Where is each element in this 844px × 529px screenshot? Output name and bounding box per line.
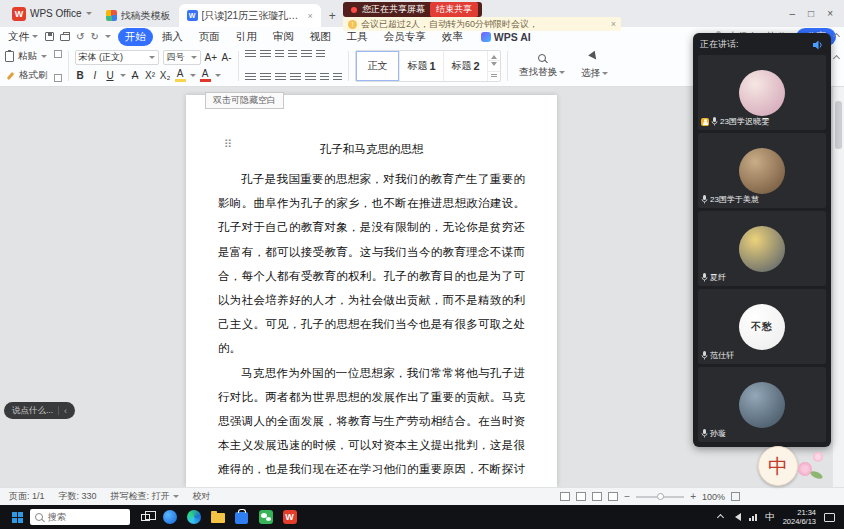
minimize-button[interactable]: – xyxy=(790,9,796,19)
show-marks-icon[interactable] xyxy=(316,50,325,59)
maximize-button[interactable]: □ xyxy=(808,9,814,19)
volume-icon[interactable] xyxy=(731,513,741,521)
find-replace-button[interactable]: 查找替换 xyxy=(514,49,570,83)
print-icon[interactable] xyxy=(60,34,70,41)
zoom-level[interactable]: 100% xyxy=(702,492,725,502)
start-button[interactable] xyxy=(12,512,23,523)
border-icon[interactable] xyxy=(333,73,342,82)
shrink-font-button[interactable]: A- xyxy=(221,52,232,63)
chat-input-collapsed[interactable]: 说点什么... ‹ xyxy=(4,402,75,419)
styles-scroll-down[interactable] xyxy=(488,61,500,71)
vertical-scrollbar[interactable] xyxy=(832,87,844,487)
action-center-icon[interactable] xyxy=(824,513,835,522)
font-size-select[interactable]: 四号 xyxy=(163,50,201,65)
participant-tile[interactable]: 孙璇 xyxy=(698,367,826,442)
outdent-icon[interactable] xyxy=(275,50,284,59)
tab-reference[interactable]: 引用 xyxy=(229,28,264,46)
file-explorer-icon[interactable] xyxy=(207,506,228,528)
font-name-select[interactable]: 宋体 (正文) xyxy=(75,50,159,65)
proofread-button[interactable]: 校对 xyxy=(193,490,211,503)
chevron-down-icon[interactable] xyxy=(215,74,221,77)
wps-office-menu[interactable]: W WPS Office xyxy=(6,0,98,27)
indent-icon[interactable] xyxy=(288,50,297,59)
align-right-icon[interactable] xyxy=(275,73,286,82)
style-heading-2[interactable]: 标题 2 xyxy=(444,51,488,81)
style-body-text[interactable]: 正文 xyxy=(356,51,400,81)
bold-button[interactable]: B xyxy=(75,70,86,81)
select-button[interactable]: 选择 xyxy=(576,49,613,83)
zoom-slider-thumb[interactable] xyxy=(657,493,664,500)
input-language[interactable]: 中 xyxy=(765,511,775,524)
styles-scroll-up[interactable] xyxy=(488,51,500,61)
justify-icon[interactable] xyxy=(290,73,301,82)
stop-sharing-button[interactable]: 结束共享 xyxy=(430,2,478,17)
view-outline-icon[interactable] xyxy=(576,492,586,501)
view-web-icon[interactable] xyxy=(592,492,602,501)
clock[interactable]: 21:34 2024/6/13 xyxy=(783,508,816,526)
participant-tile[interactable]: 23国学迟晓雯 xyxy=(698,55,826,130)
line-spacing-icon[interactable] xyxy=(305,73,316,82)
format-painter-button[interactable]: 格式刷 xyxy=(19,69,48,82)
view-read-icon[interactable] xyxy=(608,492,618,501)
close-tab-icon[interactable]: × xyxy=(308,11,313,21)
paste-button[interactable]: 粘贴 xyxy=(18,50,37,63)
tab-current-document[interactable]: W [只读]21历三张璇孔子和马克... × xyxy=(179,4,321,27)
participant-tile[interactable]: 23国学于美慧 xyxy=(698,133,826,208)
underline-button[interactable]: U xyxy=(105,70,116,81)
spellcheck-status[interactable]: 拼写检查: 打开 xyxy=(111,490,179,503)
wechat-icon[interactable] xyxy=(255,506,276,528)
audio-icon[interactable] xyxy=(813,40,824,50)
tab-review[interactable]: 审阅 xyxy=(266,28,301,46)
numbered-list-icon[interactable] xyxy=(260,50,271,59)
tencent-meeting-icon[interactable] xyxy=(159,506,180,528)
subscript-button[interactable]: X₂ xyxy=(160,70,171,81)
tab-page[interactable]: 页面 xyxy=(192,28,227,46)
collapse-arrow-icon[interactable]: ‹ xyxy=(64,406,67,416)
new-tab-button[interactable]: + xyxy=(321,4,344,27)
zoom-in-button[interactable]: + xyxy=(690,491,696,502)
paste-icon[interactable] xyxy=(5,51,14,62)
participant-tile[interactable]: 夏纤 xyxy=(698,211,826,286)
superscript-button[interactable]: X² xyxy=(145,70,156,81)
highlight-color-button[interactable]: A xyxy=(175,68,186,82)
tab-docer-templates[interactable]: 找稿类模板 xyxy=(98,4,179,27)
word-count[interactable]: 字数: 330 xyxy=(59,490,97,503)
shading-icon[interactable] xyxy=(320,73,329,82)
chevron-down-icon[interactable] xyxy=(120,74,126,77)
taskbar-search[interactable]: 搜索 xyxy=(30,509,130,525)
strikethrough-button[interactable]: A xyxy=(130,70,141,81)
file-menu[interactable]: 文件 xyxy=(8,30,38,44)
close-button[interactable]: × xyxy=(827,9,833,19)
chevron-down-icon[interactable] xyxy=(41,55,47,58)
zoom-slider[interactable] xyxy=(636,496,684,498)
styles-more-button[interactable] xyxy=(488,72,500,81)
notice-close-icon[interactable]: × xyxy=(611,19,616,29)
participant-tile[interactable]: 不愁 范仕轩 xyxy=(698,289,826,364)
bullet-list-icon[interactable] xyxy=(245,50,256,59)
align-center-icon[interactable] xyxy=(260,73,271,82)
align-left-icon[interactable] xyxy=(245,73,256,82)
wps-ai-button[interactable]: WPS AI xyxy=(481,31,531,43)
tray-expand-icon[interactable] xyxy=(717,513,724,520)
store-icon[interactable] xyxy=(231,506,252,528)
redo-icon[interactable]: ↻ xyxy=(90,31,98,42)
copy-icon[interactable] xyxy=(54,74,62,82)
format-painter-icon[interactable] xyxy=(5,71,15,81)
task-view-button[interactable] xyxy=(135,506,156,528)
chevron-down-icon[interactable] xyxy=(105,35,111,38)
edge-icon[interactable] xyxy=(183,506,204,528)
view-mode-icon[interactable] xyxy=(560,492,570,501)
undo-icon[interactable]: ↺ xyxy=(76,31,84,42)
tab-insert[interactable]: 插入 xyxy=(155,28,190,46)
tab-home[interactable]: 开始 xyxy=(118,28,153,46)
wps-icon[interactable]: W xyxy=(279,506,300,528)
style-heading-1[interactable]: 标题 1 xyxy=(400,51,444,81)
sort-icon[interactable] xyxy=(301,50,312,59)
zoom-out-button[interactable]: − xyxy=(624,491,630,502)
chevron-down-icon[interactable] xyxy=(190,74,196,77)
grow-font-button[interactable]: A+ xyxy=(205,52,218,63)
fullscreen-icon[interactable] xyxy=(731,492,740,501)
hide-blank-tooltip[interactable]: 双击可隐藏空白 xyxy=(205,92,284,109)
drag-handle-icon[interactable]: ⠿ xyxy=(224,139,232,150)
cut-icon[interactable] xyxy=(54,50,62,58)
